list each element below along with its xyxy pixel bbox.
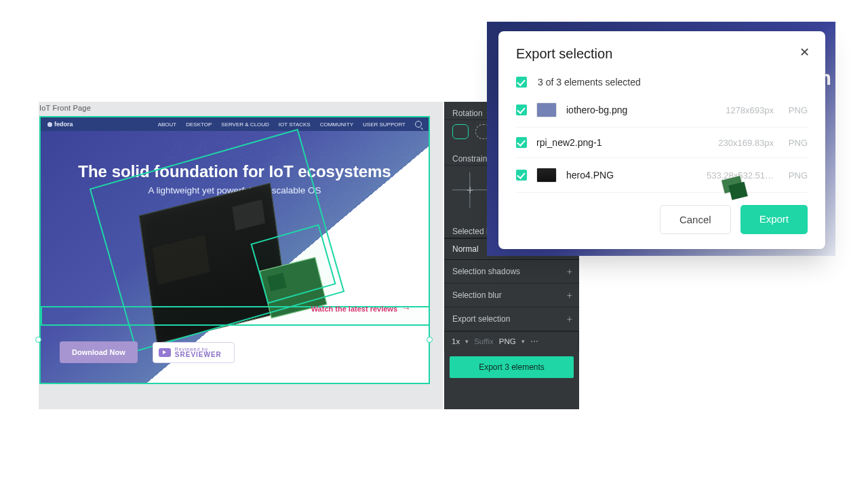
selected-layer-label: Selected l (452, 227, 488, 236)
watch-reviews-link[interactable]: Watch the latest reviews (311, 305, 414, 313)
file-format: PNG (783, 170, 808, 181)
export-button[interactable]: Export (741, 205, 808, 234)
youtube-icon (159, 348, 171, 357)
file-dimensions: 1278x693px (706, 105, 774, 115)
sreviewer-badge[interactable]: Reviewed by SREVIEWER (153, 342, 235, 363)
shadows-label: Selection shadows (452, 267, 520, 276)
export-elements-button[interactable]: Export 3 elements (450, 356, 574, 378)
file-name: hero4.PNG (566, 170, 696, 181)
rotation-label: Rotation (452, 109, 483, 118)
file-format: PNG (783, 105, 808, 115)
search-icon[interactable] (415, 121, 422, 128)
modal-actions: Cancel Export (516, 205, 808, 234)
file-format: PNG (783, 138, 808, 148)
constraints-widget[interactable] (452, 170, 488, 210)
nav-item[interactable]: ABOUT (158, 121, 177, 128)
file-thumbnail-icon (536, 102, 557, 117)
artboard-iot-front-page[interactable]: fedora ABOUT DESKTOP SERVER & CLOUD IOT … (39, 116, 430, 384)
export-settings-row: 1x▾ Suffix PNG▾ ⋯ (444, 331, 579, 351)
close-icon[interactable]: ✕ (797, 45, 812, 60)
nav-item[interactable]: IOT STACKS (279, 121, 311, 128)
file-dimensions: 230x169.83px (706, 138, 774, 148)
file-thumbnail-icon (536, 168, 557, 183)
arrow-right-icon (401, 305, 414, 313)
export-file-row: hero4.PNG 533.28x532.51… PNG (516, 158, 808, 193)
download-button[interactable]: Download Now (60, 341, 138, 363)
sreviewer-text: Reviewed by SREVIEWER (175, 347, 222, 358)
fedora-logo-icon (47, 122, 52, 127)
watch-reviews-label: Watch the latest reviews (311, 305, 397, 313)
file-checkbox[interactable] (516, 137, 527, 148)
export-scale-select[interactable]: 1x▾ (452, 337, 469, 345)
nav-item[interactable]: USER SUPPORT (363, 121, 406, 128)
modal-title: Export selection (516, 46, 808, 62)
nav-item[interactable]: SERVER & CLOUD (221, 121, 269, 128)
blur-label: Selection blur (452, 290, 502, 300)
artboard-tab-label: IoT Front Page (39, 104, 91, 112)
file-checkbox[interactable] (516, 170, 527, 181)
export-summary-text: 3 of 3 elements selected (538, 77, 641, 88)
export-file-row: rpi_new2.png-1 230x169.83px PNG (516, 128, 808, 158)
nav-item[interactable]: DESKTOP (186, 121, 212, 128)
export-format-select[interactable]: PNG▾ (499, 337, 525, 345)
inspector-shadows-section[interactable]: Selection shadows + (444, 260, 579, 284)
cta-row: Download Now Reviewed by SREVIEWER (60, 341, 235, 363)
export-label: Export selection (452, 314, 510, 324)
brand-fedora: fedora (47, 121, 73, 128)
export-more-icon[interactable]: ⋯ (530, 337, 538, 346)
site-topnav: fedora ABOUT DESKTOP SERVER & CLOUD IOT … (41, 117, 429, 131)
export-file-row: iothero-bg.png 1278x693px PNG (516, 93, 808, 128)
export-suffix-input[interactable]: Suffix (474, 337, 494, 345)
design-canvas[interactable]: IoT Front Page fedora ABOUT DESKTOP SERV… (39, 102, 443, 409)
plus-icon[interactable]: + (567, 314, 572, 324)
export-summary-row: 3 of 3 elements selected (516, 77, 808, 88)
plus-icon[interactable]: + (567, 267, 572, 276)
corner-radius-toggle[interactable] (452, 124, 469, 139)
cancel-button[interactable]: Cancel (660, 205, 731, 234)
constraints-label: Constraint (452, 154, 490, 164)
select-all-checkbox[interactable] (516, 77, 527, 88)
export-modal: Export selection ✕ 3 of 3 elements selec… (498, 31, 825, 249)
brand-label: fedora (54, 121, 73, 128)
plus-icon[interactable]: + (567, 290, 572, 300)
file-checkbox[interactable] (516, 105, 527, 115)
chevron-down-icon: ▾ (465, 338, 469, 345)
nav-item[interactable]: COMMUNITY (320, 121, 353, 128)
inspector-export-section[interactable]: Export selection + (444, 307, 579, 331)
chevron-down-icon: ▾ (521, 338, 525, 345)
file-name: rpi_new2.png-1 (536, 137, 696, 148)
file-name: iothero-bg.png (566, 105, 696, 115)
inspector-blur-section[interactable]: Selection blur + (444, 284, 579, 307)
